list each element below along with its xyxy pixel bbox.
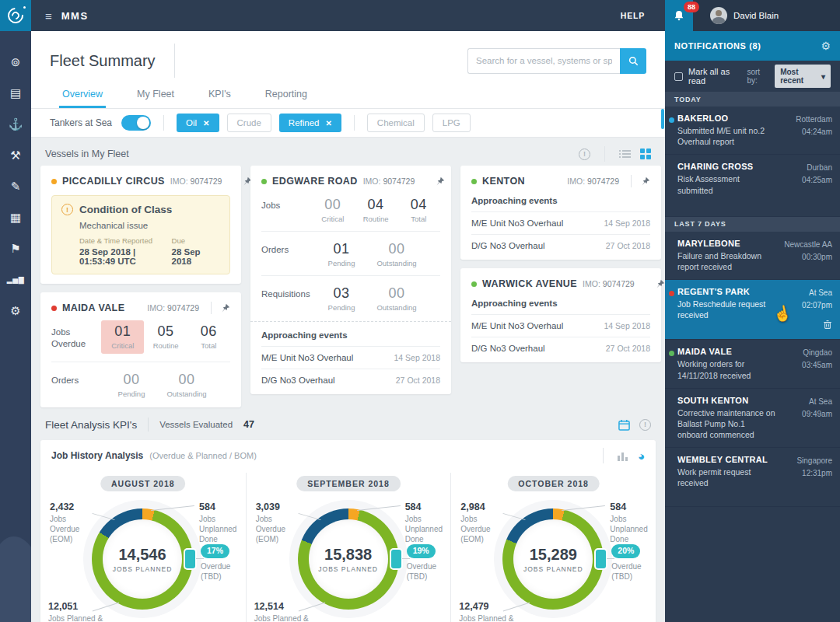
fleet-icon[interactable]: ⚓ (0, 109, 31, 140)
divider (174, 44, 175, 78)
pin-icon[interactable] (655, 279, 665, 289)
filter-chip-lpg[interactable]: LPG (432, 114, 471, 132)
vessel-card-warwick-avenue[interactable]: WARWICK AVENUE IMO:9074729 Approaching e… (460, 268, 661, 362)
page-title: Fleet Summary (50, 52, 156, 70)
notification-item[interactable]: WEMBLEY CENTRAL Work permit request rece… (665, 448, 840, 506)
tab-overview[interactable]: Overview (62, 89, 103, 108)
kpi-section-header: Fleet Analysis KPI's Vessels Evaluated 4… (39, 411, 657, 439)
vessel-card-piccadilly-circus[interactable]: PICCADILLY CIRCUS IMO:9074729 ! Conditio… (40, 166, 241, 284)
menu-icon[interactable]: ≡ (45, 9, 52, 23)
chart-title: Job History Analysis (51, 450, 143, 461)
analytics-icon[interactable]: ▂▅▇ (0, 264, 31, 295)
notification-item[interactable]: SOUTH KENTON Corrective maintenance on B… (665, 389, 840, 449)
filter-chip-refined[interactable]: Refined✕ (279, 114, 341, 132)
event-row[interactable]: M/E Unit No3 Overhaul 14 Sep 2018 (471, 314, 650, 330)
info-icon[interactable]: ! (639, 419, 651, 431)
donut-ring[interactable]: 14,546 JOBS PLANNED (92, 508, 193, 610)
unread-dot (669, 117, 674, 123)
page-header: Fleet Summary Overview My Fleet KPI's Re… (31, 31, 665, 108)
divider (631, 175, 632, 187)
event-row[interactable]: M/E Unit No3 Overhaul 14 Sep 2018 (471, 211, 650, 228)
gear-icon[interactable]: ⚙ (821, 40, 831, 52)
toggle-label: Tankers at Sea (50, 117, 112, 128)
sort-dropdown[interactable]: Most recent▾ (775, 65, 831, 88)
overdue-tbd-callout: 19%Overdue (TBD) (407, 544, 450, 582)
vessel-card-maida-vale[interactable]: MAIDA VALE IMO:9074729 Jobs Overdue 01 C… (40, 292, 241, 407)
status-dot (51, 179, 57, 184)
bar-chart-icon[interactable] (618, 451, 628, 461)
help-link[interactable]: HELP (621, 11, 645, 20)
imo-value: 9074729 (191, 176, 222, 186)
jobs-planned-label: JOBS PLANNED (523, 565, 583, 573)
user-menu[interactable]: David Blain (693, 0, 840, 31)
inventory-icon[interactable]: ▦ (0, 202, 31, 233)
scrollbar-thumb[interactable] (661, 109, 664, 129)
grid-view-icon[interactable] (640, 149, 651, 159)
pin-icon[interactable] (640, 176, 650, 187)
pending-stat: 03 Pending (317, 285, 366, 312)
divider (603, 448, 604, 463)
imo-label: IMO: (170, 176, 188, 186)
jobs-planned-value: 15,838 (324, 546, 372, 564)
calendar-icon[interactable] (618, 419, 630, 431)
notification-item[interactable]: MAIDA VALE Working orders for 14/11/2018… (665, 340, 840, 388)
vessel-name: MAIDA VALE (62, 302, 124, 313)
event-row[interactable]: M/E Unit No3 Overhaul 14 Sep 2018 (261, 346, 440, 362)
event-row[interactable]: D/G No3 Overhaul 27 Oct 2018 (261, 369, 440, 385)
globe-search-icon[interactable]: ⊚ (0, 47, 31, 78)
notification-item[interactable]: BAKERLOO Submitted M/E unit no.2 Overhau… (665, 107, 840, 155)
filter-chip-chemical[interactable]: Chemical (367, 114, 425, 132)
search-button[interactable] (620, 48, 646, 74)
donut-ring[interactable]: 15,289 JOBS PLANNED (502, 508, 604, 610)
vessels-evaluated-value: 47 (243, 419, 254, 430)
jobs-planned-value: 14,546 (118, 546, 166, 564)
warning-icon: ! (61, 204, 73, 215)
notifications-bell-button[interactable]: 88 (665, 0, 693, 31)
vessel-card-edgware-road[interactable]: EDGWARE ROAD IMO:9074729 Jobs 00 Critica… (250, 166, 451, 394)
status-dot (51, 306, 57, 311)
info-icon[interactable]: ! (579, 149, 590, 160)
notification-item[interactable]: MARYLEBONE Failure and Breakdown report … (665, 232, 840, 280)
tab-reporting[interactable]: Reporting (265, 89, 307, 108)
search-input[interactable] (467, 48, 620, 74)
imo-value: 9074729 (383, 176, 415, 186)
planned-done-callout: 12,514Jobs Planned & Done (254, 600, 317, 622)
notification-item-selected[interactable]: REGENT'S PARK Job Reschedule request rec… (665, 280, 840, 340)
jobs-icon[interactable]: ✎ (0, 171, 31, 202)
routine-stat: 04 Routine (354, 197, 397, 223)
approaching-events-title: Approaching events (261, 330, 440, 340)
pin-icon[interactable] (435, 176, 445, 187)
jobs-planned-label: JOBS PLANNED (318, 565, 378, 573)
tab-kpis[interactable]: KPI's (208, 89, 231, 108)
filter-chip-crude[interactable]: Crude (227, 114, 271, 132)
status-dot (261, 179, 267, 184)
tankers-at-sea-toggle[interactable] (121, 115, 151, 131)
pin-icon[interactable] (220, 303, 230, 313)
vessel-card-kenton[interactable]: KENTON IMO:9074729 Approaching events M/… (460, 166, 661, 260)
donut-ring[interactable]: 15,838 JOBS PLANNED (298, 508, 399, 610)
filter-chip-oil[interactable]: Oil✕ (177, 114, 219, 132)
pie-chart-icon[interactable]: ◕ (638, 449, 645, 463)
list-view-icon[interactable] (619, 149, 631, 159)
settings-icon[interactable]: ⚙ (0, 295, 31, 327)
app-logo[interactable] (0, 0, 31, 31)
voyage-icon[interactable]: ⚑ (0, 233, 31, 264)
notifications-panel: NOTIFICATIONS (8) ⚙ Mark all as read sor… (665, 31, 840, 622)
reported-value: 28 Sep 2018 | 01:53:49 UTC (79, 247, 172, 266)
overdue-tbd-marker (391, 550, 401, 568)
app-name: MMS (61, 10, 89, 22)
planned-done-callout: 12,051Jobs Planned & Done (48, 600, 110, 622)
imo-value: 9074729 (167, 303, 199, 313)
event-row[interactable]: D/G No3 Overhaul 27 Oct 2018 (471, 337, 650, 353)
close-icon[interactable]: ✕ (325, 119, 331, 128)
close-icon[interactable]: ✕ (203, 119, 209, 128)
event-row[interactable]: D/G No3 Overhaul 27 Oct 2018 (471, 234, 650, 250)
delete-icon[interactable] (823, 319, 832, 333)
machinery-icon[interactable]: ⚒ (0, 140, 31, 171)
chart-subtitle: (Overdue & Planned / BOM) (149, 451, 257, 460)
notification-item[interactable]: CHARING CROSS Risk Assessment submitted … (665, 155, 840, 216)
planner-icon[interactable]: ▤ (0, 78, 31, 109)
mark-all-checkbox[interactable] (674, 72, 683, 81)
tab-my-fleet[interactable]: My Fleet (137, 89, 174, 108)
alert-dot (669, 291, 674, 296)
